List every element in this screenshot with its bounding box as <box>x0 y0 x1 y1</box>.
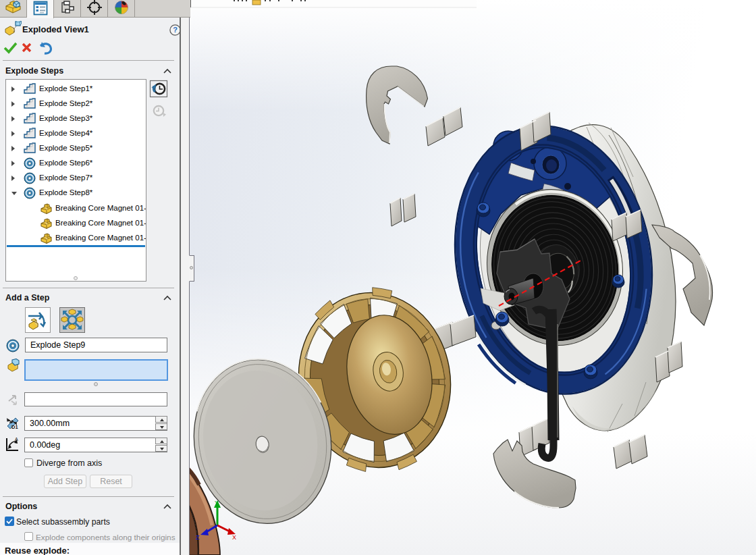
svg-text:A: A <box>15 437 18 442</box>
svg-text:Z: Z <box>196 534 200 541</box>
svg-text:?: ? <box>173 26 178 34</box>
svg-text:X: X <box>232 534 236 541</box>
svg-text:Y: Y <box>215 500 219 506</box>
svg-text:D1: D1 <box>11 424 18 430</box>
